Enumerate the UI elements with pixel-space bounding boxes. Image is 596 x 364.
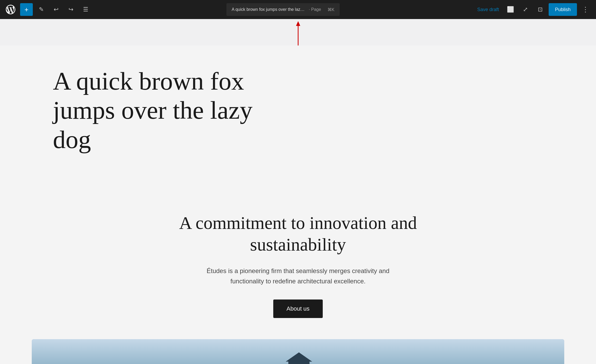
expand-button[interactable]: ⤢ [519, 3, 532, 16]
list-icon: ☰ [83, 6, 88, 13]
page-title-text: A quick brown fox jumps over the laz… [232, 7, 305, 12]
sidebar-toggle-button[interactable]: ⊡ [534, 3, 547, 16]
toolbar: + ✎ ↩ ↪ ☰ A quick brown fox jumps over t… [0, 0, 596, 19]
page-content: A quick brown fox jumps over the lazy do… [0, 45, 596, 364]
undo-icon: ↩ [54, 6, 58, 13]
save-draft-button[interactable]: Save draft [474, 5, 502, 15]
sidebar-icon: ⊡ [538, 6, 543, 13]
list-view-button[interactable]: ☰ [79, 3, 92, 16]
publish-button[interactable]: Publish [549, 3, 577, 16]
wordpress-logo[interactable] [4, 3, 17, 16]
more-icon: ⋮ [582, 6, 589, 14]
building-svg [32, 339, 564, 364]
hero-title[interactable]: A quick brown fox jumps over the lazy do… [53, 67, 291, 154]
add-block-button[interactable]: + [20, 3, 33, 16]
section-description: Études is a pioneering firm that seamles… [195, 266, 401, 286]
image-placeholder [32, 339, 564, 364]
redo-button[interactable]: ↪ [65, 3, 77, 16]
arrow-line [295, 21, 301, 48]
desktop-preview-button[interactable]: ⬜ [504, 3, 517, 16]
section-title: A commitment to innovation and sustainab… [179, 212, 417, 255]
toolbar-right: Save draft ⬜ ⤢ ⊡ Publish ⋮ [474, 3, 592, 16]
toolbar-center: A quick brown fox jumps over the laz… · … [94, 3, 472, 16]
svg-marker-1 [296, 21, 300, 26]
about-us-button[interactable]: About us [273, 300, 323, 318]
add-icon: + [24, 6, 28, 13]
expand-icon: ⤢ [523, 6, 528, 13]
hero-section: A quick brown fox jumps over the lazy do… [0, 45, 596, 191]
more-options-button[interactable]: ⋮ [579, 3, 592, 16]
redo-icon: ↪ [69, 6, 73, 13]
cmd-k-shortcut: ⌘K [327, 7, 335, 12]
page-label: · Page [309, 7, 321, 12]
content-section: A commitment to innovation and sustainab… [0, 191, 596, 339]
page-title-bar[interactable]: A quick brown fox jumps over the laz… · … [226, 3, 340, 16]
up-arrow-svg [295, 21, 301, 48]
pencil-icon: ✎ [39, 6, 44, 13]
tools-button[interactable]: ✎ [35, 3, 48, 16]
desktop-icon: ⬜ [507, 6, 514, 13]
undo-button[interactable]: ↩ [50, 3, 62, 16]
image-inner [32, 339, 564, 364]
editor-area: A quick brown fox jumps over the lazy do… [0, 19, 596, 364]
image-section [0, 339, 596, 364]
arrow-indicator [295, 19, 301, 48]
wp-logo-icon [6, 5, 15, 14]
